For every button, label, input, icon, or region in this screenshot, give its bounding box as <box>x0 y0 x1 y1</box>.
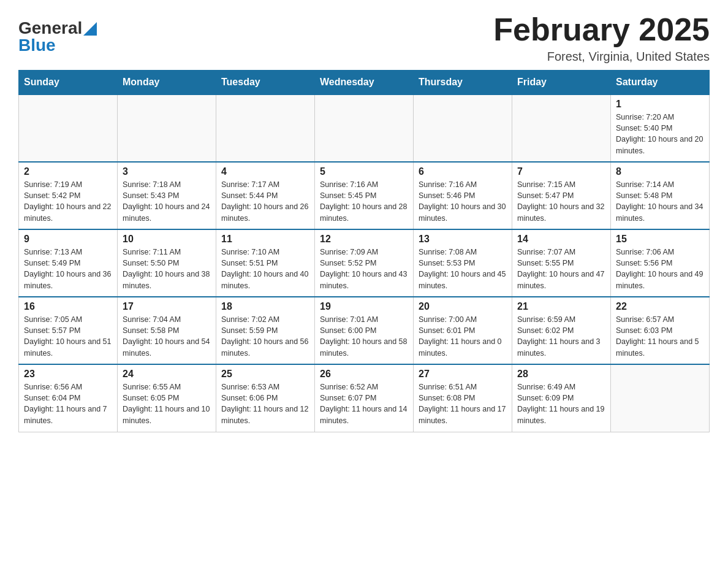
day-of-week-header: Wednesday <box>315 71 414 95</box>
week-row: 2Sunrise: 7:19 AMSunset: 5:42 PMDaylight… <box>19 162 710 229</box>
day-number: 22 <box>616 301 704 312</box>
day-sun-info: Sunrise: 7:17 AMSunset: 5:44 PMDaylight:… <box>221 179 309 224</box>
day-sun-info: Sunrise: 7:01 AMSunset: 6:00 PMDaylight:… <box>320 314 408 359</box>
day-number: 9 <box>24 234 112 245</box>
calendar-cell: 12Sunrise: 7:09 AMSunset: 5:52 PMDayligh… <box>315 229 414 297</box>
day-sun-info: Sunrise: 7:06 AMSunset: 5:56 PMDaylight:… <box>616 247 704 291</box>
day-number: 7 <box>517 166 605 177</box>
calendar-cell: 19Sunrise: 7:01 AMSunset: 6:00 PMDayligh… <box>315 297 414 364</box>
week-row: 9Sunrise: 7:13 AMSunset: 5:49 PMDaylight… <box>19 229 710 297</box>
day-sun-info: Sunrise: 6:53 AMSunset: 6:06 PMDaylight:… <box>221 381 309 426</box>
day-number: 18 <box>221 301 309 312</box>
day-number: 16 <box>24 301 112 312</box>
day-number: 10 <box>123 234 211 245</box>
calendar-cell: 24Sunrise: 6:55 AMSunset: 6:05 PMDayligh… <box>118 364 216 432</box>
day-number: 17 <box>123 301 211 312</box>
calendar-cell: 28Sunrise: 6:49 AMSunset: 6:09 PMDayligh… <box>512 364 611 432</box>
calendar-cell: 23Sunrise: 6:56 AMSunset: 6:04 PMDayligh… <box>19 364 118 432</box>
title-area: February 2025 Forest, Virginia, United S… <box>493 12 710 64</box>
day-of-week-header: Monday <box>118 71 216 95</box>
day-number: 11 <box>221 234 309 245</box>
calendar-table: SundayMondayTuesdayWednesdayThursdayFrid… <box>18 70 710 432</box>
day-sun-info: Sunrise: 7:07 AMSunset: 5:55 PMDaylight:… <box>517 247 605 291</box>
calendar-cell: 1Sunrise: 7:20 AMSunset: 5:40 PMDaylight… <box>611 94 710 162</box>
week-row: 23Sunrise: 6:56 AMSunset: 6:04 PMDayligh… <box>19 364 710 432</box>
day-of-week-header: Sunday <box>19 71 118 95</box>
day-number: 4 <box>221 166 309 177</box>
day-number: 6 <box>419 166 507 177</box>
day-sun-info: Sunrise: 7:20 AMSunset: 5:40 PMDaylight:… <box>616 112 704 156</box>
day-number: 19 <box>320 301 408 312</box>
day-sun-info: Sunrise: 7:00 AMSunset: 6:01 PMDaylight:… <box>419 314 507 359</box>
calendar-cell: 27Sunrise: 6:51 AMSunset: 6:08 PMDayligh… <box>414 364 512 432</box>
day-sun-info: Sunrise: 6:57 AMSunset: 6:03 PMDaylight:… <box>616 314 704 359</box>
day-sun-info: Sunrise: 7:11 AMSunset: 5:50 PMDaylight:… <box>123 247 211 291</box>
day-of-week-header: Thursday <box>414 71 512 95</box>
calendar-cell: 25Sunrise: 6:53 AMSunset: 6:06 PMDayligh… <box>216 364 315 432</box>
logo-blue-text: Blue <box>18 36 56 55</box>
day-number: 15 <box>616 234 704 245</box>
day-sun-info: Sunrise: 7:16 AMSunset: 5:45 PMDaylight:… <box>320 179 408 224</box>
day-number: 5 <box>320 166 408 177</box>
calendar-cell: 8Sunrise: 7:14 AMSunset: 5:48 PMDaylight… <box>611 162 710 229</box>
day-of-week-header: Friday <box>512 71 611 95</box>
location-text: Forest, Virginia, United States <box>493 50 710 64</box>
logo: General Blue <box>18 18 97 55</box>
day-of-week-header: Tuesday <box>216 71 315 95</box>
day-of-week-header: Saturday <box>611 71 710 95</box>
calendar-cell <box>19 94 118 162</box>
calendar-cell: 4Sunrise: 7:17 AMSunset: 5:44 PMDaylight… <box>216 162 315 229</box>
svg-marker-0 <box>83 22 97 36</box>
day-number: 20 <box>419 301 507 312</box>
day-number: 13 <box>419 234 507 245</box>
calendar-header-row: SundayMondayTuesdayWednesdayThursdayFrid… <box>19 71 710 95</box>
day-number: 26 <box>320 369 408 380</box>
day-sun-info: Sunrise: 6:52 AMSunset: 6:07 PMDaylight:… <box>320 381 408 426</box>
day-number: 28 <box>517 369 605 380</box>
day-number: 21 <box>517 301 605 312</box>
calendar-cell: 13Sunrise: 7:08 AMSunset: 5:53 PMDayligh… <box>414 229 512 297</box>
day-number: 24 <box>123 369 211 380</box>
day-sun-info: Sunrise: 6:59 AMSunset: 6:02 PMDaylight:… <box>517 314 605 359</box>
week-row: 1Sunrise: 7:20 AMSunset: 5:40 PMDaylight… <box>19 94 710 162</box>
day-sun-info: Sunrise: 7:09 AMSunset: 5:52 PMDaylight:… <box>320 247 408 291</box>
day-sun-info: Sunrise: 7:10 AMSunset: 5:51 PMDaylight:… <box>221 247 309 291</box>
calendar-cell: 16Sunrise: 7:05 AMSunset: 5:57 PMDayligh… <box>19 297 118 364</box>
day-number: 3 <box>123 166 211 177</box>
month-title: February 2025 <box>493 12 710 47</box>
day-number: 27 <box>419 369 507 380</box>
day-number: 14 <box>517 234 605 245</box>
day-sun-info: Sunrise: 7:19 AMSunset: 5:42 PMDaylight:… <box>24 179 112 224</box>
calendar-cell <box>414 94 512 162</box>
calendar-cell: 9Sunrise: 7:13 AMSunset: 5:49 PMDaylight… <box>19 229 118 297</box>
day-number: 23 <box>24 369 112 380</box>
day-sun-info: Sunrise: 7:08 AMSunset: 5:53 PMDaylight:… <box>419 247 507 291</box>
day-sun-info: Sunrise: 7:15 AMSunset: 5:47 PMDaylight:… <box>517 179 605 224</box>
day-number: 8 <box>616 166 704 177</box>
logo-triangle-icon <box>83 22 97 36</box>
calendar-cell: 20Sunrise: 7:00 AMSunset: 6:01 PMDayligh… <box>414 297 512 364</box>
calendar-cell: 10Sunrise: 7:11 AMSunset: 5:50 PMDayligh… <box>118 229 216 297</box>
day-sun-info: Sunrise: 7:04 AMSunset: 5:58 PMDaylight:… <box>123 314 211 359</box>
calendar-cell: 5Sunrise: 7:16 AMSunset: 5:45 PMDaylight… <box>315 162 414 229</box>
calendar-cell: 17Sunrise: 7:04 AMSunset: 5:58 PMDayligh… <box>118 297 216 364</box>
day-number: 25 <box>221 369 309 380</box>
calendar-cell <box>512 94 611 162</box>
day-sun-info: Sunrise: 7:13 AMSunset: 5:49 PMDaylight:… <box>24 247 112 291</box>
calendar-cell: 22Sunrise: 6:57 AMSunset: 6:03 PMDayligh… <box>611 297 710 364</box>
calendar-cell: 2Sunrise: 7:19 AMSunset: 5:42 PMDaylight… <box>19 162 118 229</box>
day-sun-info: Sunrise: 6:56 AMSunset: 6:04 PMDaylight:… <box>24 381 112 426</box>
day-sun-info: Sunrise: 7:16 AMSunset: 5:46 PMDaylight:… <box>419 179 507 224</box>
calendar-cell: 26Sunrise: 6:52 AMSunset: 6:07 PMDayligh… <box>315 364 414 432</box>
day-sun-info: Sunrise: 6:51 AMSunset: 6:08 PMDaylight:… <box>419 381 507 426</box>
calendar-cell: 21Sunrise: 6:59 AMSunset: 6:02 PMDayligh… <box>512 297 611 364</box>
day-sun-info: Sunrise: 7:05 AMSunset: 5:57 PMDaylight:… <box>24 314 112 359</box>
day-number: 1 <box>616 99 704 110</box>
day-sun-info: Sunrise: 6:55 AMSunset: 6:05 PMDaylight:… <box>123 381 211 426</box>
calendar-cell: 15Sunrise: 7:06 AMSunset: 5:56 PMDayligh… <box>611 229 710 297</box>
calendar-cell <box>611 364 710 432</box>
day-sun-info: Sunrise: 7:18 AMSunset: 5:43 PMDaylight:… <box>123 179 211 224</box>
calendar-cell: 18Sunrise: 7:02 AMSunset: 5:59 PMDayligh… <box>216 297 315 364</box>
calendar-cell: 11Sunrise: 7:10 AMSunset: 5:51 PMDayligh… <box>216 229 315 297</box>
day-sun-info: Sunrise: 7:02 AMSunset: 5:59 PMDaylight:… <box>221 314 309 359</box>
